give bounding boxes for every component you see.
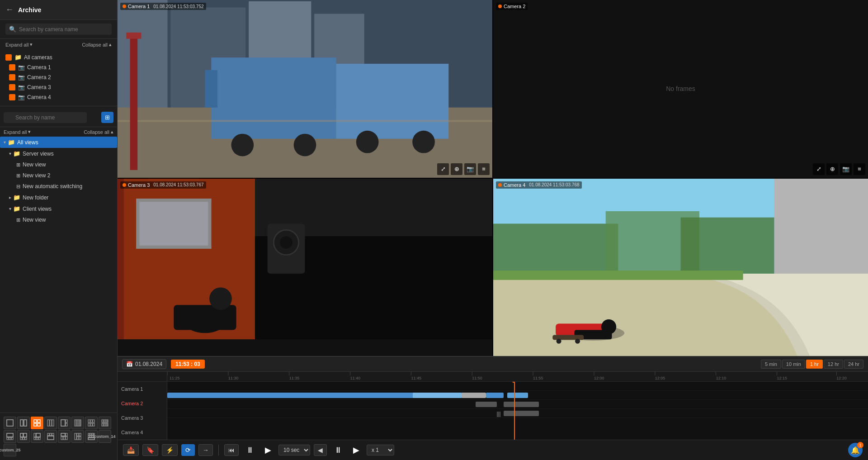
timeline-section: 📅 01.08.2024 11:53 : 03 5 min 10 min 1 h… (118, 356, 868, 460)
grid-btn-4x2[interactable] (99, 417, 111, 429)
cam2-menu-btn[interactable]: ≡ (854, 163, 865, 175)
cam2-fullscreen-btn[interactable]: ⤢ (813, 163, 825, 175)
grid-btn-r2-4[interactable] (44, 430, 57, 443)
2x2-icon (33, 419, 41, 427)
camera-tree-item-1[interactable]: 📷 Camera 1 (0, 62, 117, 72)
svg-rect-49 (61, 433, 65, 436)
cam1-menu-btn[interactable]: ≡ (478, 163, 490, 175)
views-tree-new-folder[interactable]: ▸ 📁 New folder (0, 192, 117, 203)
ruler-spacer (118, 372, 167, 381)
skip-back-btn[interactable]: ◀ (314, 444, 327, 456)
svg-rect-36 (24, 433, 27, 437)
grid-btn-25[interactable]: custom_25 (4, 444, 16, 456)
views-filter-button[interactable]: ⊞ (101, 112, 113, 123)
camera-tree-item-3[interactable]: 📷 Camera 3 (0, 82, 117, 92)
camera-expand-all-button[interactable]: Expand all ▾ (5, 42, 33, 47)
grid-btn-r2-5[interactable] (58, 430, 71, 443)
range-btn-5min[interactable]: 5 min (761, 360, 781, 369)
cam1-screenshot-btn[interactable]: 📷 (464, 163, 476, 175)
grid-btn-14[interactable]: custom_14 (99, 430, 111, 443)
cam2-zoom-btn[interactable]: ⊕ (826, 163, 838, 175)
range-btn-1hr[interactable]: 1 hr (806, 360, 823, 369)
camera-all-label: All cameras (24, 54, 52, 61)
grid-btn-4x1[interactable] (71, 417, 84, 429)
camera-collapse-all-button[interactable]: Collapse all ▴ (82, 42, 112, 47)
camera-tree-item-2[interactable]: 📷 Camera 2 (0, 72, 117, 82)
cam3-video (118, 179, 492, 356)
no-frames-text: No frames (666, 85, 695, 92)
grid-icon-nv: ⊞ (16, 162, 20, 168)
svg-rect-35 (20, 433, 23, 437)
cam2-screenshot-btn[interactable]: 📷 (840, 163, 852, 175)
views-tree-auto-switching[interactable]: ⊟ New automatic switching (0, 181, 117, 192)
pause-btn-2[interactable]: ⏸ (330, 444, 346, 457)
pause-btn[interactable]: ⏸ (242, 444, 258, 457)
views-tree-new-view[interactable]: ⊞ New view (0, 159, 117, 170)
speed-select[interactable]: x 1 x 0.5 x 2 x 4 x 8 (367, 445, 394, 455)
time-step-select[interactable]: 10 sec 1 sec 30 sec 1 min (278, 445, 310, 455)
grid-icon-cv: ⊞ (16, 217, 20, 223)
notification-btn[interactable]: 🔔 1 (848, 443, 863, 457)
svg-point-114 (557, 338, 561, 343)
camera-tree-item-4[interactable]: 📷 Camera 4 (0, 92, 117, 102)
grid-btn-1x1[interactable] (4, 417, 16, 429)
calendar-button[interactable]: 📅 01.08.2024 (122, 359, 166, 369)
camera-checkbox-all[interactable] (5, 54, 12, 61)
svg-rect-2 (24, 420, 27, 426)
range-btn-24hr[interactable]: 24 hr (844, 360, 863, 369)
camera-tree-item-all[interactable]: 📁 All cameras (0, 52, 117, 62)
grid-btn-3x1[interactable] (44, 417, 57, 429)
grid-btn-r2-6[interactable] (71, 430, 84, 443)
views-search-input[interactable] (4, 112, 87, 123)
grid-btn-r2-1[interactable] (4, 430, 16, 443)
track-cam3-bar2 (504, 402, 539, 407)
svg-rect-61 (92, 433, 93, 435)
svg-rect-18 (90, 420, 92, 422)
camera-checkbox-2[interactable] (9, 74, 15, 81)
back-button[interactable]: ← (5, 5, 14, 14)
svg-rect-19 (93, 420, 94, 422)
range-btn-10min[interactable]: 10 min (782, 360, 805, 369)
grid-r2-6-icon (74, 433, 81, 440)
views-tree-new-view-2[interactable]: ⊞ New view 2 (0, 170, 117, 181)
play-btn-2[interactable]: ▶ (349, 443, 363, 457)
views-tree-client[interactable]: ▾ 📁 Client views (0, 203, 117, 214)
camera-checkbox-4[interactable] (9, 94, 15, 100)
chevron-down-allviews: ▾ (4, 140, 6, 145)
svg-rect-76 (336, 64, 449, 139)
track-row-cam3 (167, 400, 868, 409)
auto-switching-label: New automatic switching (23, 183, 82, 190)
camera-search-input[interactable] (19, 26, 108, 33)
archive-btn[interactable]: 📥 (123, 444, 139, 456)
2plus2-icon (61, 419, 68, 427)
views-expand-all-button[interactable]: Expand all ▾ (4, 129, 31, 135)
cam1-fullscreen-btn[interactable]: ⤢ (437, 163, 449, 175)
grid-btn-2x1[interactable] (17, 417, 30, 429)
svg-rect-20 (88, 423, 90, 426)
camera-checkbox-1[interactable] (9, 64, 15, 71)
playhead[interactable] (514, 382, 515, 440)
svg-rect-10 (61, 420, 65, 426)
track-row-cam1 (167, 382, 868, 391)
track-area[interactable] (167, 382, 868, 440)
export-btn[interactable]: → (198, 444, 213, 456)
grid-btn-2plus2[interactable] (58, 417, 71, 429)
range-btn-12hr[interactable]: 12 hr (824, 360, 843, 369)
views-tree-server[interactable]: ▾ 📁 Server views (0, 148, 117, 159)
views-tree-all-views[interactable]: ▾ 📁 All views (0, 137, 117, 148)
svg-rect-41 (36, 433, 40, 437)
prev-frame-btn[interactable]: ⏮ (224, 444, 239, 456)
play-btn[interactable]: ▶ (261, 443, 275, 457)
grid-btn-2x2[interactable] (31, 417, 43, 429)
cam1-zoom-btn[interactable]: ⊕ (451, 163, 462, 175)
sync-btn[interactable]: ⟳ (181, 444, 195, 456)
grid-btn-r2-3[interactable] (31, 430, 43, 443)
flash-btn[interactable]: ⚡ (162, 444, 178, 456)
bookmark-btn[interactable]: 🔖 (142, 444, 158, 456)
grid-btn-r2-2[interactable] (17, 430, 30, 443)
grid-btn-3x2[interactable] (85, 417, 98, 429)
views-collapse-all-button[interactable]: Collapse all ▴ (84, 129, 113, 135)
cam4-label: Camera 4 01.08.2024 11:53:03.768 (496, 181, 582, 189)
camera-checkbox-3[interactable] (9, 84, 15, 90)
views-tree-client-view[interactable]: ⊞ New view (0, 214, 117, 225)
